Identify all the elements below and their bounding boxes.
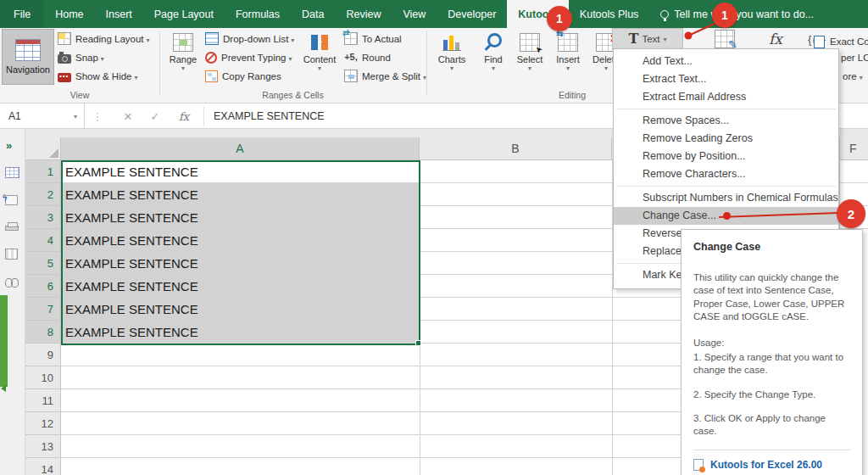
group-separator — [159, 31, 160, 96]
fill-handle[interactable] — [415, 340, 421, 346]
dropdown-list-button[interactable]: Drop-down List — [205, 31, 294, 47]
show-hide-button[interactable]: Show & Hide — [58, 68, 150, 84]
kutools-doc-gear-icon — [693, 459, 704, 471]
menu-item-add-text[interactable]: Add Text... — [614, 53, 838, 70]
row-header-10[interactable]: 10 — [25, 366, 61, 389]
row-header-13[interactable]: 13 — [25, 435, 61, 458]
column-header-f-partial[interactable]: F — [849, 142, 857, 155]
select-button[interactable]: Select ▾ — [510, 30, 549, 84]
tooltip-step-1: 1. Specify a range that you want to chan… — [693, 351, 850, 377]
row-header-12[interactable]: 12 — [25, 412, 61, 435]
tab-home[interactable]: Home — [44, 0, 94, 28]
row-header-5[interactable]: 5 — [25, 252, 61, 275]
insert-button[interactable]: Insert ▾ — [549, 30, 587, 84]
formula-bar-grip[interactable]: ⋮ — [90, 103, 105, 129]
edit-table-icon — [715, 30, 735, 48]
tab-page-layout[interactable]: Page Layout — [143, 0, 225, 28]
menu-item-change-case[interactable]: Change Case... — [614, 207, 838, 225]
menu-item-remove-spaces[interactable]: Remove Spaces... — [614, 112, 838, 130]
content-label: Content — [303, 54, 337, 64]
ribbon-tab-bar: File Home Insert Page Layout Formulas Da… — [0, 0, 868, 28]
row-header-6[interactable]: 6 — [25, 275, 61, 298]
cancel-x-icon: ✕ — [124, 110, 133, 123]
row-header-7[interactable]: 7 — [25, 298, 61, 321]
reading-layout-button[interactable]: Reading Layout — [58, 31, 150, 47]
charts-button[interactable]: Charts ▾ — [431, 30, 473, 84]
dropdown-caret-icon: ▾ — [566, 66, 570, 71]
dropdown-caret-icon: ▾ — [181, 66, 185, 71]
tooltip-description: This utility can quickly change the case… — [693, 271, 850, 324]
tab-view[interactable]: View — [392, 0, 437, 28]
menu-item-subscript-numbers[interactable]: Subscript Numbers in Chemical Formulas — [614, 189, 838, 207]
row-header-9[interactable]: 9 — [25, 344, 61, 366]
column-header-a[interactable]: A — [61, 137, 420, 160]
workbook-sheet-pane-button[interactable] — [5, 166, 19, 182]
dropdown-list-icon — [205, 32, 219, 45]
round-icon — [344, 51, 358, 64]
resource-library-pane-button[interactable] — [5, 193, 18, 209]
tab-insert[interactable]: Insert — [95, 0, 143, 28]
more-button-fragment[interactable]: ore — [843, 71, 863, 81]
to-actual-button[interactable]: To Actual — [344, 31, 426, 47]
merge-split-label: Merge & Split — [362, 71, 426, 81]
row-header-1[interactable]: 1 — [25, 160, 61, 183]
selection-border — [61, 160, 420, 345]
formula-bar-divider — [203, 107, 204, 126]
menu-item-extract-text[interactable]: Extract Text... — [614, 70, 838, 88]
tab-file[interactable]: File — [0, 0, 44, 28]
expand-pane-chevron[interactable]: » — [6, 139, 12, 152]
round-button[interactable]: Round — [344, 49, 426, 65]
row-header-3[interactable]: 3 — [25, 206, 61, 229]
advanced-find-pane-button[interactable] — [5, 275, 19, 290]
range-button[interactable]: Range ▾ — [163, 30, 203, 84]
tab-data[interactable]: Data — [291, 0, 335, 28]
format-tools-button[interactable] — [706, 28, 743, 50]
name-box-caret-icon[interactable]: ▾ — [74, 113, 77, 120]
name-box-value: A1 — [8, 110, 21, 122]
menu-item-extract-email[interactable]: Extract Email Address — [614, 88, 838, 106]
column-list-pane-button[interactable] — [5, 248, 18, 263]
tab-formulas[interactable]: Formulas — [225, 0, 291, 28]
formula-bar-input[interactable]: EXAMPLE SENTENCE — [214, 103, 325, 129]
to-actual-label: To Actual — [362, 34, 402, 44]
menu-item-remove-leading-zeros[interactable]: Remove Leading Zeros — [614, 130, 838, 148]
merge-split-button[interactable]: Merge & Split — [344, 68, 426, 84]
reading-layout-label: Reading Layout — [75, 34, 150, 44]
name-box[interactable]: A1 ▾ — [0, 103, 85, 129]
insert-function-button[interactable]: fx — [171, 103, 197, 129]
tab-developer[interactable]: Developer — [437, 0, 507, 28]
pane-green-indicator[interactable] — [0, 295, 8, 387]
copy-ranges-icon — [205, 70, 218, 82]
insert-icon — [558, 33, 578, 52]
prevent-typing-button[interactable]: Prevent Typing — [205, 49, 294, 65]
snap-button[interactable]: Snap — [58, 49, 150, 65]
navigation-button[interactable]: Navigation — [2, 29, 54, 85]
show-hide-icon — [58, 73, 71, 82]
name-manager-pane-button[interactable] — [5, 219, 19, 234]
super-lookup-label-fragment[interactable]: per LO — [841, 53, 868, 63]
row-header-2[interactable]: 2 — [25, 183, 61, 206]
find-icon — [484, 33, 503, 52]
row-header-8[interactable]: 8 — [25, 321, 61, 344]
cancel-button[interactable]: ✕ — [117, 103, 139, 129]
enter-button[interactable]: ✓ — [144, 103, 166, 129]
find-button[interactable]: Find ▾ — [476, 30, 510, 84]
menu-item-remove-by-position[interactable]: Remove by Position... — [614, 148, 838, 165]
merge-split-icon — [344, 70, 358, 82]
tab-kutools-plus[interactable]: Kutools Plus — [569, 0, 649, 28]
copy-ranges-button[interactable]: Copy Ranges — [205, 68, 294, 84]
menu-item-remove-characters[interactable]: Remove Characters... — [614, 165, 838, 183]
select-all-corner[interactable] — [25, 137, 61, 160]
column-header-b[interactable]: B — [420, 137, 612, 160]
formula-helper-button[interactable]: fx — [759, 28, 793, 50]
exact-copy-icon — [814, 36, 825, 48]
content-button[interactable]: Content ▾ — [298, 30, 341, 84]
exact-copy-label: Exact Cop — [830, 36, 868, 47]
tab-review[interactable]: Review — [335, 0, 392, 28]
row-header-14[interactable]: 14 — [25, 458, 61, 475]
row-header-4[interactable]: 4 — [25, 229, 61, 252]
text-dropdown-button[interactable]: T Text ▾ — [612, 28, 683, 50]
step-badge-change-case: 2 — [837, 199, 865, 228]
tooltip-usage-label: Usage: — [693, 337, 850, 349]
row-header-11[interactable]: 11 — [25, 389, 61, 412]
